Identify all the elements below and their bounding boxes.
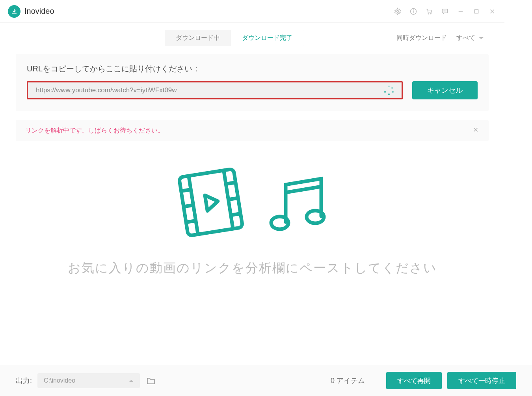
footer-bar: 出力: C:\inovideo 0 アイテム すべて再開 すべて一時停止 [0,365,504,375]
tabs: ダウンロード中 ダウンロード完了 [165,30,303,46]
url-row: キャンセル [27,81,478,99]
status-close-icon[interactable] [472,126,479,135]
top-row: ダウンロード中 ダウンロード完了 同時ダウンロード すべて [0,23,504,46]
titlebar: Inovideo [0,0,504,23]
video-clip-icon [171,165,250,240]
chevron-down-icon [478,36,484,40]
titlebar-controls [393,7,497,16]
svg-line-18 [181,190,191,191]
minimize-icon[interactable] [456,7,465,16]
maximize-icon[interactable] [472,7,481,16]
gear-icon[interactable] [393,7,402,16]
concurrent-select[interactable]: すべて [452,32,489,45]
svg-point-4 [428,13,429,14]
cart-icon[interactable] [425,7,433,16]
svg-line-19 [184,205,193,207]
status-bar: リンクを解析中です。しばらくお待ちください。 [16,120,489,141]
tab-completed[interactable]: ダウンロード完了 [231,30,303,46]
empty-message: お気に入りの動画のリンクを分析欄にペーストしてください [68,260,437,277]
music-note-icon [262,167,333,238]
svg-line-23 [231,214,241,215]
svg-point-3 [413,9,413,10]
app-title: Inovideo [24,7,54,16]
concurrent-download: 同時ダウンロード すべて [396,32,489,45]
cancel-button[interactable]: キャンセル [412,81,478,99]
empty-state: お気に入りの動画のリンクを分析欄にペーストしてください [0,165,504,277]
svg-point-8 [446,11,446,11]
concurrent-label: 同時ダウンロード [396,34,447,42]
empty-icons [171,165,333,240]
tab-downloading[interactable]: ダウンロード中 [165,30,231,46]
svg-point-5 [430,13,431,14]
info-icon[interactable] [409,7,418,16]
svg-point-0 [397,10,399,12]
close-icon[interactable] [488,7,497,16]
chat-icon[interactable] [441,7,449,16]
logo-wrap: Inovideo [8,5,54,18]
svg-line-20 [186,221,196,222]
svg-line-22 [228,198,238,200]
app-logo-icon [8,5,20,18]
url-input-wrap [27,81,403,99]
concurrent-value: すべて [456,34,475,42]
svg-line-24 [286,187,321,192]
loading-spinner-icon [384,86,394,95]
output-path-select[interactable]: C:\inovideo [37,373,140,375]
pause-all-button[interactable]: すべて一時停止 [447,372,504,375]
status-message: リンクを解析中です。しばらくお待ちください。 [25,127,164,135]
svg-rect-10 [474,9,478,13]
url-section: URLをコピーしてからここに貼り付けください： キャンセル [16,54,489,111]
svg-line-21 [226,183,236,184]
url-input[interactable] [36,86,384,94]
url-label: URLをコピーしてからここに貼り付けください： [27,64,478,74]
svg-point-7 [445,11,445,11]
resume-all-button[interactable]: すべて再開 [386,372,442,375]
svg-point-6 [444,11,444,11]
